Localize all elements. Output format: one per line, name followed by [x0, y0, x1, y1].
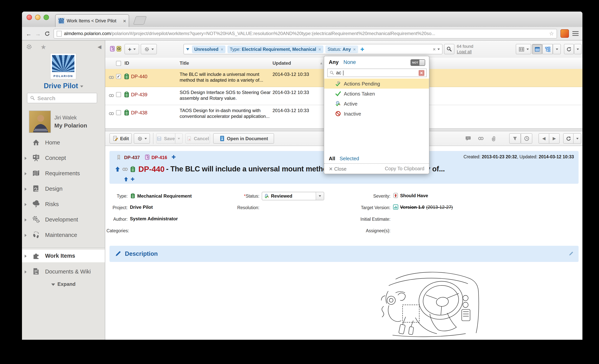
add-link-icon[interactable]: [171, 155, 176, 159]
expander-icon[interactable]: [25, 203, 26, 206]
sidebar-item-maintenance[interactable]: Maintenance: [22, 228, 105, 243]
refresh-button[interactable]: [564, 44, 574, 54]
table-settings-button[interactable]: [141, 44, 157, 54]
option-actions-taken[interactable]: Actions Taken: [324, 89, 429, 99]
copy-to-clipboard-button[interactable]: Copy To Clipboard: [385, 166, 424, 171]
option-actions-pending[interactable]: Actions Pending: [324, 78, 429, 89]
filter-chip-status[interactable]: Status: Any ×: [325, 45, 358, 53]
zoom-window-button[interactable]: [44, 15, 49, 20]
add-child-icon[interactable]: [130, 177, 135, 182]
sidebar-collapse-icon[interactable]: ◀: [97, 44, 101, 50]
expander-icon[interactable]: [25, 270, 26, 273]
selected-link[interactable]: Selected: [340, 156, 359, 161]
close-window-button[interactable]: [26, 15, 32, 20]
sidebar-item-design[interactable]: Design: [22, 182, 105, 197]
comments-icon[interactable]: [465, 135, 471, 142]
project-selector[interactable]: Drive Pilot: [22, 82, 105, 90]
detail-refresh-button[interactable]: [563, 133, 573, 144]
browser-menu-icon[interactable]: [573, 31, 579, 36]
filter-chip-unresolved[interactable]: Unresolved ×: [192, 45, 226, 53]
links-icon[interactable]: [478, 135, 484, 142]
saved-query-icon[interactable]: [109, 45, 116, 52]
table-view-button[interactable]: [532, 44, 542, 54]
sidebar-item-documents-wiki[interactable]: Documents & Wiki: [22, 265, 105, 278]
forward-icon[interactable]: →: [35, 30, 41, 37]
option-active[interactable]: Active: [324, 99, 429, 109]
sidebar-item-development[interactable]: Development: [22, 212, 105, 228]
chip-remove-icon[interactable]: ×: [353, 47, 356, 52]
load-all-link[interactable]: Load all: [457, 49, 473, 54]
row-checkbox[interactable]: [116, 110, 121, 115]
expander-icon[interactable]: [25, 218, 26, 221]
work-item-id[interactable]: DP-440: [131, 74, 147, 79]
promote-up-icon[interactable]: [115, 166, 121, 172]
expander-icon[interactable]: [25, 188, 26, 191]
create-work-item-button[interactable]: +: [124, 44, 139, 54]
move-up-icon[interactable]: [123, 176, 129, 182]
new-tab-button[interactable]: [133, 16, 147, 25]
tree-view-button[interactable]: [542, 44, 553, 54]
sidebar-expand[interactable]: Expand: [22, 281, 105, 287]
parent-work-item-id[interactable]: DP-416: [151, 155, 167, 160]
next-item-button[interactable]: ▶: [549, 133, 560, 144]
backlink-work-item-id[interactable]: DP-437: [124, 155, 140, 160]
all-link[interactable]: All: [329, 156, 335, 161]
my-polarion-link[interactable]: My Polarion: [54, 122, 87, 129]
sidebar-item-risks[interactable]: Risks: [22, 197, 105, 212]
chip-remove-icon[interactable]: ×: [318, 47, 321, 52]
sidebar-item-concept[interactable]: Concept: [22, 151, 105, 166]
column-header-updated[interactable]: Updated: [273, 61, 291, 66]
link-icon[interactable]: [122, 166, 128, 172]
column-header-title[interactable]: Title: [180, 61, 189, 66]
reload-icon[interactable]: [44, 31, 50, 36]
refresh-options-button[interactable]: [574, 44, 582, 54]
tab-close-icon[interactable]: ×: [123, 18, 126, 24]
dropdown-search-input[interactable]: ac ✕: [327, 69, 427, 77]
status-dropdown-arrow[interactable]: [316, 192, 324, 200]
save-button[interactable]: Save: [156, 133, 175, 144]
bookmark-icon[interactable]: [116, 155, 121, 160]
user-avatar[interactable]: [29, 111, 51, 133]
clear-query-icon[interactable]: ×: [433, 46, 436, 52]
work-item-title[interactable]: The BLC will include a universal mount m…: [180, 72, 271, 83]
expander-icon[interactable]: [25, 172, 26, 175]
add-filter-icon[interactable]: [360, 47, 364, 52]
recent-query-icon[interactable]: [116, 45, 122, 52]
clear-search-icon[interactable]: ✕: [419, 70, 424, 76]
any-link[interactable]: Any: [329, 59, 339, 65]
query-filter-field[interactable]: Unresolved × Type: Electrical Requiremen…: [184, 44, 442, 54]
back-icon[interactable]: ←: [26, 30, 32, 37]
link-icon[interactable]: [108, 74, 115, 80]
work-item-id[interactable]: DP-438: [131, 110, 147, 116]
filter-button[interactable]: [509, 133, 521, 144]
detail-actions-button[interactable]: [134, 133, 150, 144]
sidebar-search-input[interactable]: Search: [27, 93, 97, 103]
open-in-document-button[interactable]: Open in Document: [213, 133, 274, 144]
none-link[interactable]: None: [344, 59, 356, 65]
sidebar-item-work-items[interactable]: Work Items: [22, 250, 105, 262]
layout-selector-button[interactable]: [516, 44, 531, 54]
sort-icon[interactable]: ▲: [319, 61, 323, 65]
work-item-title[interactable]: SOS Design Interface SOS to Steering Gea…: [180, 90, 271, 101]
extension-icon[interactable]: [560, 29, 569, 38]
bookmark-star-icon[interactable]: ☆: [549, 30, 554, 37]
save-options-button[interactable]: [175, 133, 183, 144]
row-checkbox[interactable]: ✓: [116, 74, 121, 79]
history-button[interactable]: [521, 133, 532, 144]
browser-tab[interactable]: Work Items < Drive Pilot ×: [55, 14, 129, 27]
work-item-title[interactable]: TAOS Design for in-dash mounting with co…: [180, 108, 271, 119]
query-dropdown-icon[interactable]: [186, 48, 189, 50]
status-select[interactable]: Reviewed: [262, 192, 324, 200]
attachments-icon[interactable]: [490, 135, 497, 142]
option-inactive[interactable]: Inactive: [324, 109, 429, 119]
select-all-checkbox[interactable]: [116, 61, 121, 66]
expander-icon[interactable]: [25, 234, 26, 237]
edit-description-icon[interactable]: [569, 251, 574, 256]
sidebar-item-home[interactable]: Home: [22, 135, 105, 151]
work-item-id[interactable]: DP-439: [131, 92, 147, 97]
expander-icon[interactable]: [25, 255, 26, 258]
view-options-button[interactable]: [553, 44, 561, 54]
edit-button[interactable]: Edit: [109, 133, 132, 144]
row-checkbox[interactable]: [116, 92, 121, 97]
cancel-button[interactable]: Cancel: [185, 133, 210, 144]
